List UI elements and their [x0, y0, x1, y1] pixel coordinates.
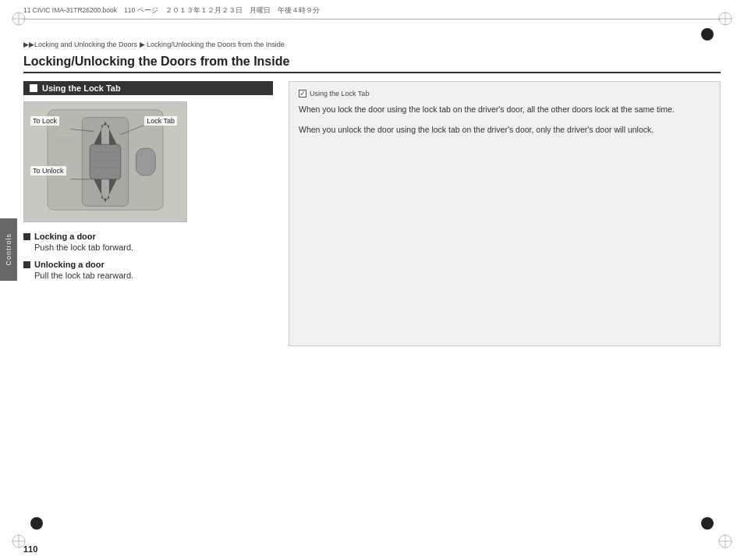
note-text-1: When you lock the door using the lock ta… [299, 104, 710, 116]
note-title-text: Using the Lock Tab [310, 90, 369, 97]
controls-label: Controls [5, 233, 12, 266]
unlocking-title-text: Unlocking a door [34, 260, 105, 269]
unlocking-text: Pull the lock tab rearward. [23, 271, 273, 280]
controls-tab: Controls [0, 218, 17, 281]
print-header-text: 11 CIVIC IMA-31TR26200.book 110 ページ ２０１３… [23, 6, 320, 16]
unlocking-instruction: Unlocking a door Pull the lock tab rearw… [23, 260, 273, 280]
main-content: ▶▶Locking and Unlocking the Doors ▶ Lock… [23, 25, 721, 537]
to-unlock-label: To Unlock [30, 166, 66, 175]
svg-rect-24 [136, 148, 155, 175]
page-title: Locking/Unlocking the Doors from the Ins… [23, 55, 721, 73]
lock-diagram: To Lock Lock Tab To Unlock [23, 101, 187, 222]
breadcrumb: ▶▶Locking and Unlocking the Doors ▶ Lock… [23, 41, 721, 48]
unlocking-sq-icon [23, 261, 30, 268]
locking-title-text: Locking a door [34, 232, 96, 241]
locking-title: Locking a door [23, 232, 273, 241]
breadcrumb-part2: Locking/Unlocking the Doors from the Ins… [147, 41, 285, 48]
checkbox-icon [299, 90, 306, 97]
breadcrumb-arrow: ▶ [140, 41, 145, 48]
note-text-2: When you unlock the door using the lock … [299, 124, 710, 136]
page-number: 110 [23, 544, 37, 554]
note-title: Using the Lock Tab [299, 90, 710, 97]
locking-text: Push the lock tab forward. [23, 243, 273, 252]
to-lock-label: To Lock [30, 116, 59, 126]
instructions: Locking a door Push the lock tab forward… [23, 232, 273, 280]
svg-rect-18 [90, 144, 120, 179]
breadcrumb-part1: ▶▶Locking and Unlocking the Doors [23, 41, 137, 48]
section-header-label: Using the Lock Tab [42, 83, 121, 93]
lock-tab-label: Lock Tab [144, 116, 177, 126]
locking-sq-icon [23, 233, 30, 240]
right-column: Using the Lock Tab When you lock the doo… [289, 81, 721, 346]
section-header-icon [30, 84, 37, 92]
two-column-layout: Using the Lock Tab [23, 81, 721, 346]
left-column: Using the Lock Tab [23, 81, 273, 346]
section-header: Using the Lock Tab [23, 81, 273, 95]
locking-instruction: Locking a door Push the lock tab forward… [23, 232, 273, 252]
print-header: 11 CIVIC IMA-31TR26200.book 110 ページ ２０１３… [23, 6, 721, 19]
unlocking-title: Unlocking a door [23, 260, 273, 269]
